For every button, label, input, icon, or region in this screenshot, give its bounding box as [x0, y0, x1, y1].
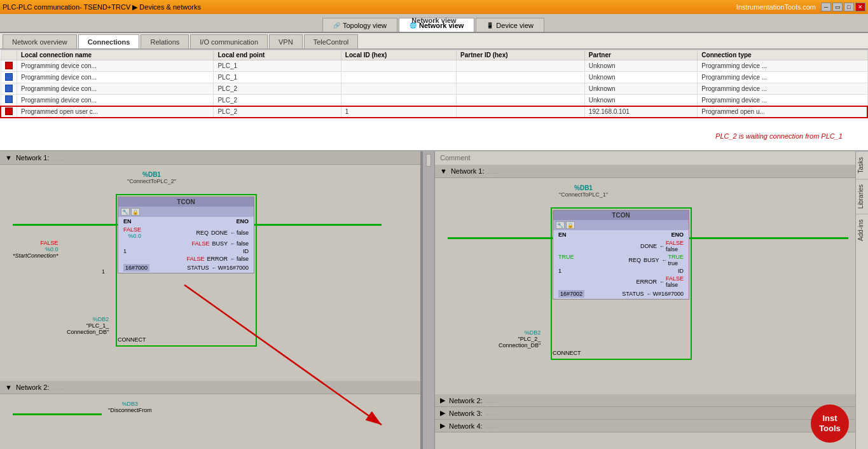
right-connect: CONNECT	[553, 350, 581, 356]
table-row[interactable]: Programming device con... PLC_2 Unknown …	[1, 83, 867, 95]
topology-view-tab[interactable]: 🔗 Topology view	[322, 18, 397, 32]
minimize-btn[interactable]: ─	[821, 3, 831, 11]
col-partner: Partner	[584, 50, 697, 60]
right-network3-header[interactable]: ▶ Network 3: ……	[435, 407, 855, 420]
right-collapse2[interactable]: ▶	[440, 396, 445, 404]
restore-btn[interactable]: ▭	[832, 3, 843, 11]
waiting-message: PLC_2 is waiting connection from PLC_1	[715, 132, 843, 140]
right-network2-header[interactable]: ▶ Network 2: ……	[435, 394, 855, 407]
left-tcon-icon1[interactable]: 🔧	[121, 208, 130, 216]
left-busy-out: ← false	[230, 240, 249, 247]
col-conn-type: Connection type	[698, 50, 867, 60]
right-network4-header[interactable]: ▶ Network 4: ……	[435, 420, 855, 432]
right-collapse3[interactable]: ▶	[440, 409, 445, 417]
left-en-eno-row: EN ENO	[118, 217, 254, 226]
col-partner-id: Partner ID (hex)	[457, 50, 585, 60]
col-local-id: Local ID (hex)	[341, 50, 456, 60]
right-collapse4[interactable]: ▶	[440, 422, 445, 430]
row-endpoint: PLC_2	[214, 106, 341, 118]
left-done-out: ← false	[230, 230, 249, 236]
sidebar-tasks[interactable]: Tasks	[856, 151, 869, 179]
network2-label: Network 2:	[16, 383, 50, 391]
left-eno-line	[254, 224, 382, 226]
tab-vpn[interactable]: VPN	[269, 34, 303, 48]
tab-io-communication[interactable]: I/O communication	[190, 34, 268, 48]
left-network-panel: ▼ Network 1: …… %DB1 "ConnectToPLC_2" TC…	[0, 151, 422, 449]
content-area: ▼ Network 1: …… %DB1 "ConnectToPLC_2" TC…	[0, 151, 868, 449]
table-row[interactable]: Programming device con... PLC_1 Unknown …	[1, 60, 867, 72]
left-tcon-header: 🔧 🔒	[118, 207, 254, 217]
left-en-line	[13, 224, 124, 226]
network1-dots: ……	[52, 155, 64, 162]
left-id-value: 1	[102, 268, 105, 275]
left-id-label: ID	[243, 248, 249, 254]
tab-connections[interactable]: Connections	[78, 34, 140, 48]
left-db2-name: "PLC_1_	[67, 322, 109, 329]
col-icon	[1, 50, 17, 60]
left-false-done: false	[237, 230, 249, 236]
tab-network-overview[interactable]: Network overview	[3, 34, 77, 48]
row-icon-blue	[5, 85, 13, 92]
right-true-busy: TRUE	[668, 254, 684, 260]
row-local-id	[341, 95, 456, 106]
left-status-out: ← W#16#7000	[211, 265, 249, 271]
left-error-label: ERROR	[207, 256, 228, 262]
row-conn-type: Programming device ...	[698, 72, 867, 83]
device-view-tab[interactable]: 📱 Device view	[476, 18, 544, 32]
right-tcon-icon2[interactable]: 🔒	[566, 221, 575, 229]
right-id-label: ID	[678, 268, 684, 274]
table-row-highlighted[interactable]: Programmed open user c... PLC_2 1 192.16…	[1, 106, 867, 118]
right-error-row: ERROR ← FALSE false	[553, 275, 689, 289]
left-db1-label: %DB1	[127, 171, 176, 178]
inst-logo-line2: Tools	[819, 424, 841, 434]
right-tcon-title: TCON	[553, 211, 689, 220]
left-busy-row: FALSE BUSY ← false	[118, 240, 254, 247]
row-endpoint: PLC_2	[214, 83, 341, 95]
left-false1-outer: FALSE	[13, 240, 59, 246]
maximize-btn[interactable]: □	[844, 3, 854, 11]
collapse-icon[interactable]: ▼	[5, 154, 12, 162]
left-start-conn: *StartConnection*	[13, 252, 59, 259]
right-network4-label: Network 4:	[449, 422, 483, 430]
row-partner: Unknown	[584, 72, 697, 83]
left-error-row: FALSE ERROR ← false	[118, 255, 254, 263]
right-network1-header: ▼ Network 1: ……	[435, 165, 855, 178]
comment-label: Comment	[435, 151, 855, 165]
center-divider	[422, 151, 435, 449]
right-network-panel: Comment ▼ Network 1: …… %DB1 "ConnectToP…	[435, 151, 855, 449]
right-id-1: 1	[558, 268, 561, 274]
right-en-eno: EN ENO	[553, 230, 689, 239]
left-false1: FALSE	[123, 226, 141, 233]
left-busy-label: BUSY	[212, 240, 228, 247]
left-false2-block: FALSE	[191, 240, 209, 247]
sidebar-addins[interactable]: Add-ins	[856, 214, 869, 246]
sidebar-libraries[interactable]: Libraries	[856, 179, 869, 214]
left-connect-label: CONNECT	[118, 336, 146, 343]
tab-relations[interactable]: Relations	[141, 34, 189, 48]
right-tcon-block: TCON 🔧 🔒 EN ENO	[553, 210, 689, 300]
table-row[interactable]: Programming device con... PLC_2 Unknown …	[1, 95, 867, 106]
connection-table: Local connection name Local end point Lo…	[0, 50, 868, 118]
left-false-error: false	[237, 256, 249, 262]
left-n2-line	[13, 413, 102, 415]
right-db1-name: "ConnectToPLC_1"	[559, 191, 608, 198]
right-eno-line	[689, 237, 848, 239]
collapse-icon2[interactable]: ▼	[5, 383, 12, 391]
left-db1-name: "ConnectToPLC_2"	[127, 178, 176, 184]
left-req-left: FALSE %0.0	[123, 226, 141, 239]
right-network1-dots: ……	[486, 168, 499, 175]
website-label: InstrumentationTools.com	[736, 3, 816, 11]
scroll-handle[interactable]	[426, 154, 431, 167]
right-tcon-icon1[interactable]: 🔧	[556, 221, 565, 229]
right-collapse-icon[interactable]: ▼	[440, 167, 447, 175]
close-btn[interactable]: ✕	[855, 3, 865, 11]
left-req-right: REQ DONE ← false	[196, 230, 249, 236]
tab-telecontrol[interactable]: TeleControl	[304, 34, 359, 48]
right-network3-label: Network 3:	[449, 410, 483, 417]
left-network2-header: ▼ Network 2: ……	[0, 381, 420, 394]
left-tcon-block: TCON 🔧 🔒 EN ENO	[118, 197, 254, 273]
inst-tools-logo: Inst Tools	[811, 404, 849, 443]
table-row[interactable]: Programming device con... PLC_1 Unknown …	[1, 72, 867, 83]
left-tcon-icon2[interactable]: 🔒	[131, 208, 140, 216]
row-partner-id	[457, 72, 585, 83]
